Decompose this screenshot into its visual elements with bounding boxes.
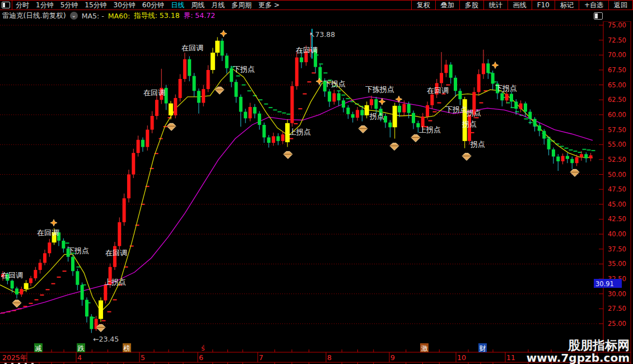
candle-body (34, 270, 37, 278)
diamond-marker-icon (167, 123, 176, 130)
candle-body (505, 94, 509, 101)
y-axis-label: 35.00 (608, 260, 626, 268)
candle-body (491, 73, 495, 83)
y-axis-label: 60.00 (608, 111, 626, 119)
tab-daily[interactable]: 日线 (167, 1, 188, 10)
signal-label: 拐点 (369, 112, 384, 120)
y-axis-label: 47.50 (608, 185, 626, 193)
candle-body (155, 100, 159, 116)
tab-weekly[interactable]: 周线 (188, 1, 208, 10)
signal-label: 拐点 (470, 140, 485, 148)
tab-fenshi[interactable]: 分时 (12, 1, 32, 10)
candle-body (388, 123, 392, 128)
candle-body (510, 94, 513, 102)
draw-line-button[interactable]: 画线 (508, 0, 532, 10)
fuquan-button[interactable]: 复权 (411, 0, 435, 10)
candle-body (193, 76, 196, 91)
x-axis-month-label: 7 (259, 353, 263, 362)
star-marker-icon (492, 62, 499, 68)
y-axis-label: 25.00 (608, 320, 626, 328)
y-axis-label: 67.50 (608, 66, 626, 74)
candle-body (151, 116, 154, 130)
tool-buttons: 复权 叠加 多股 统计 画线 F10 标记 +自选 返回 (411, 0, 633, 10)
y-axis-label: 65.00 (608, 81, 626, 89)
site-watermark-url: www.7gpzb.com (527, 351, 630, 364)
window-layout-button[interactable] (0, 0, 12, 10)
candle-body (137, 140, 140, 153)
star-marker-icon (220, 30, 227, 37)
candle-body (561, 156, 565, 161)
tab-15min[interactable]: 15分钟 (81, 1, 110, 10)
signal-label: 下拐点 (67, 246, 89, 255)
diamond-marker-icon (359, 126, 367, 133)
candle-body (486, 63, 490, 73)
candle-body (221, 41, 224, 56)
candle-body (281, 134, 285, 141)
x-axis-month-label: 8 (327, 353, 332, 362)
candle-body (430, 95, 434, 105)
candle-body (584, 154, 588, 158)
y-axis-label: 42.50 (608, 215, 626, 223)
chevron-down-icon[interactable]: ⌄ (70, 12, 78, 20)
signal-label: 下拐点 (495, 84, 517, 92)
candle-body (267, 137, 271, 143)
watermark-char: 跌 (78, 344, 85, 352)
price-tag-value: 30.91 (595, 280, 614, 288)
price-note-label: ←23.45 (93, 335, 119, 343)
tab-60min[interactable]: 60分钟 (139, 1, 167, 10)
statistics-button[interactable]: 统计 (483, 0, 508, 10)
candle-body (440, 73, 443, 83)
y-axis-label: 70.00 (608, 51, 626, 59)
candle-body (62, 241, 65, 249)
candlestick-chart[interactable]: 75.0072.5070.0067.5065.0062.5060.0057.50… (0, 0, 633, 364)
symbol-title: 雷迪克(日线.前复权) (2, 11, 66, 21)
watermark-char: 榜 (123, 344, 131, 352)
candle-body (370, 99, 373, 105)
candle-body (248, 107, 252, 118)
candle-body (179, 79, 182, 98)
y-axis-label: 27.50 (608, 305, 626, 312)
candle-body (360, 110, 364, 115)
candle-body (444, 64, 448, 73)
candle-body (374, 99, 378, 109)
mark-button[interactable]: 标记 (555, 0, 579, 10)
tab-1min[interactable]: 1分钟 (32, 1, 57, 10)
candle-body (454, 78, 457, 91)
y-axis-label: 37.50 (608, 245, 626, 253)
candle-body (253, 107, 257, 114)
candle-body (519, 104, 523, 109)
candle-body (300, 58, 303, 63)
candle-body (426, 105, 429, 116)
candle-body (337, 94, 341, 101)
candle-body (127, 175, 131, 199)
signal-label: 在回调 (181, 44, 203, 52)
multi-stock-button[interactable]: 多股 (459, 0, 483, 10)
add-watchlist-button[interactable]: +自选 (579, 0, 608, 10)
signal-label: 下拣拐点 (365, 85, 394, 94)
candle-body (500, 94, 504, 101)
candle-body (188, 59, 191, 76)
overlay-button[interactable]: 叠加 (435, 0, 459, 10)
y-axis-label: 72.50 (608, 36, 626, 44)
watermark-char: ś (201, 344, 204, 352)
candle-body (477, 74, 481, 92)
candle-body (235, 82, 238, 97)
tab-30min[interactable]: 30分钟 (110, 1, 139, 10)
tab-more[interactable]: 更多 > (255, 1, 283, 10)
candle-body (547, 139, 551, 150)
candle-body (202, 89, 205, 103)
candle-body (295, 58, 299, 86)
tab-monthly[interactable]: 月线 (208, 1, 228, 10)
f10-button[interactable]: F10 (532, 0, 555, 10)
tab-5min[interactable]: 5分钟 (57, 1, 82, 10)
candle-body (15, 288, 18, 295)
candle-body (332, 94, 336, 102)
axis-panel-icon[interactable] (594, 12, 603, 20)
tab-multi-period[interactable]: 多周期 (228, 1, 255, 10)
candle-body (90, 316, 93, 329)
signal-label: 拐点 (462, 120, 477, 128)
back-button[interactable]: 返回 (608, 0, 633, 10)
x-axis-year-label: 2025年 (2, 353, 27, 362)
candle-body (570, 159, 574, 163)
candle-body (542, 131, 546, 139)
